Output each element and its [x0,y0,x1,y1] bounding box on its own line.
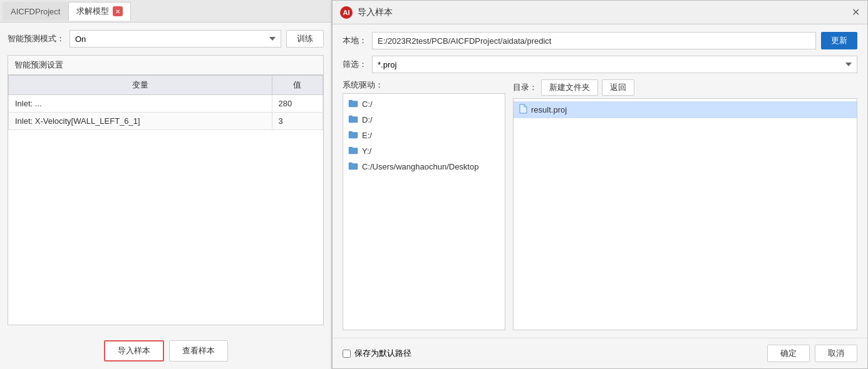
folder-icon [348,146,358,156]
tab-close-button[interactable]: ✕ [113,6,123,16]
table-container: 变量 值 Inlet: ...280Inlet: X-Velocity[WALL… [8,75,323,325]
filter-row: 筛选： *.proj [343,56,857,73]
save-default-checkbox[interactable] [343,350,351,358]
footer-buttons: 确定 取消 [767,345,857,362]
file-label: result.proj [531,105,567,114]
drive-label: Y:/ [362,146,371,156]
filter-label: 筛选： [343,59,367,70]
files-section: 目录： 新建文件夹 返回 result.proj [513,79,857,330]
file-area: 系统驱动： C:/ D:/ E:/ Y:/ [343,79,857,330]
back-button[interactable]: 返回 [602,79,634,96]
tab-aicfd[interactable]: AICFDProject [3,2,68,21]
tab-solver-label: 求解模型 [76,6,109,17]
folder-icon [348,114,358,125]
drive-label: D:/ [362,115,373,124]
mode-label: 智能预测模式： [8,33,65,44]
folder-icon [348,161,358,172]
bottom-buttons: 导入样本 查看样本 [0,333,331,369]
ok-button[interactable]: 确定 [767,345,810,362]
col-val: 值 [272,76,323,95]
dialog-title: 导入样本 [358,7,393,18]
settings-title: 智能预测设置 [8,56,323,75]
data-table: 变量 值 Inlet: ...280Inlet: X-Velocity[WALL… [8,75,323,130]
filter-select[interactable]: *.proj [372,56,857,73]
drive-item[interactable]: C:/Users/wanghaochun/Desktop [343,159,505,174]
col-var: 变量 [9,76,272,95]
file-icon [519,104,527,116]
tab-solver[interactable]: 求解模型 ✕ [68,2,131,21]
save-default-row: 保存为默认路径 [343,348,411,359]
drive-label: E:/ [362,131,372,140]
path-row: 本地： 更新 [343,32,857,49]
tab-aicfd-label: AICFDProject [11,7,60,16]
path-input[interactable] [372,32,816,49]
drives-list: C:/ D:/ E:/ Y:/ C:/Users/wanghaochun/Des [343,93,505,330]
mode-row: 智能预测模式： On 训练 [8,30,324,48]
dialog-footer: 保存为默认路径 确定 取消 [333,338,867,368]
dir-label: 目录： [513,82,537,93]
drive-item[interactable]: D:/ [343,112,505,128]
drives-label: 系统驱动： [343,79,505,91]
left-panel: AICFDProject 求解模型 ✕ 智能预测模式： On 训练 智能预测设置… [0,0,332,369]
drive-label: C:/ [362,99,373,109]
view-sample-button[interactable]: 查看样本 [169,340,228,361]
table-row: Inlet: ...280 [9,95,323,113]
dialog-close-button[interactable]: ✕ [852,8,860,18]
drive-item[interactable]: E:/ [343,128,505,143]
drive-item[interactable]: C:/ [343,96,505,112]
tab-bar: AICFDProject 求解模型 ✕ [0,0,331,23]
drives-section: 系统驱动： C:/ D:/ E:/ Y:/ [343,79,505,330]
files-list: result.proj [513,98,857,330]
cell-var: Inlet: X-Velocity[WALL_LEFT_6_1] [9,113,272,130]
folder-icon [348,130,358,141]
import-sample-button[interactable]: 导入样本 [104,340,164,361]
mode-select[interactable]: On [70,30,281,48]
right-panel: AI 导入样本 ✕ 本地： 更新 筛选： *.proj [332,0,868,369]
save-default-label: 保存为默认路径 [354,348,411,359]
dialog-body: 本地： 更新 筛选： *.proj 系统驱动： [333,24,867,338]
update-button[interactable]: 更新 [821,32,857,49]
dialog-app-icon: AI [340,6,353,19]
cell-var: Inlet: ... [9,95,272,113]
path-label: 本地： [343,35,367,46]
new-folder-button[interactable]: 新建文件夹 [541,79,598,96]
dialog-title-row: AI 导入样本 [340,6,393,19]
file-item[interactable]: result.proj [514,101,857,118]
dialog-header: AI 导入样本 ✕ [333,1,867,24]
drive-item[interactable]: Y:/ [343,143,505,159]
cell-val: 3 [272,113,323,130]
settings-group: 智能预测设置 变量 值 Inlet: ...280Inlet: X-Veloci… [8,55,324,325]
table-row: Inlet: X-Velocity[WALL_LEFT_6_1]3 [9,113,323,130]
panel-content: 智能预测模式： On 训练 智能预测设置 变量 值 Inlet: ...2 [0,23,331,333]
import-dialog: AI 导入样本 ✕ 本地： 更新 筛选： *.proj [332,0,868,369]
drive-label: C:/Users/wanghaochun/Desktop [362,162,478,171]
cell-val: 280 [272,95,323,113]
cancel-button[interactable]: 取消 [815,345,857,362]
files-toolbar: 目录： 新建文件夹 返回 [513,79,857,96]
folder-icon [348,99,358,109]
train-button[interactable]: 训练 [286,30,324,48]
